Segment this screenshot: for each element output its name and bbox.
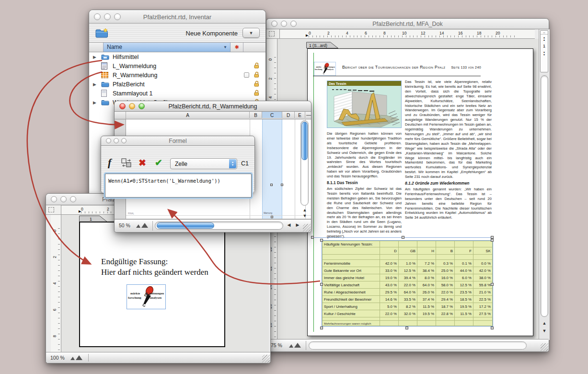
first-page-button[interactable]: ▲▲: [541, 35, 548, 41]
vertical-scrollbar[interactable]: [541, 75, 548, 317]
chart-frame[interactable]: Das Tessin: [327, 81, 402, 128]
ruler-marker-icon[interactable]: ▶: [306, 34, 308, 37]
new-folder-button[interactable]: [95, 27, 109, 41]
table-cell: [436, 241, 455, 247]
zoom-mountains-icon[interactable]: [288, 342, 303, 348]
selection-handle[interactable]: [320, 283, 323, 286]
table-value: 19.0 %: [380, 274, 399, 281]
vertical-ruler[interactable]: 02468: [51, 215, 61, 353]
selection-handle[interactable]: [320, 239, 323, 242]
collapse-widget[interactable]: —: [305, 112, 312, 117]
column-header-a[interactable]: A: [126, 112, 250, 118]
page-tab[interactable]: 1 (S...ard): [306, 42, 340, 48]
list-item[interactable]: ▶Hilfsmittel: [89, 52, 265, 61]
selection-handle[interactable]: [491, 283, 494, 286]
unlocked-padlock-icon[interactable]: [254, 71, 260, 79]
resize-grip[interactable]: [303, 224, 311, 232]
horizontal-scrollbar[interactable]: [309, 341, 527, 350]
minimize-button[interactable]: [60, 196, 67, 202]
tessin-table-frame[interactable]: Häufigste Nennungen Tessin:DGBHBFSKFerie…: [322, 241, 492, 328]
zoom-mountains-icon[interactable]: [136, 222, 150, 228]
zoom-mountains-icon[interactable]: [70, 354, 84, 361]
new-component-menu-button[interactable]: ▼: [242, 28, 260, 38]
column-header-name[interactable]: Name ▼: [104, 43, 231, 52]
table-row: Sport / Unterhaltung5.0 %8.2 %11.5 %18.7…: [323, 303, 493, 310]
titlebar-inventar[interactable]: PfalzBericht.rtd, Inventar: [89, 10, 265, 23]
selection-handle[interactable]: [311, 236, 314, 239]
selection-handle[interactable]: [402, 236, 404, 239]
component-flag-icon: ✱: [234, 44, 239, 50]
list-item[interactable]: L_Warnmeldung: [89, 61, 265, 70]
scroll-down-button[interactable]: ▼: [541, 327, 548, 335]
list-item[interactable]: Stammlayout 1: [89, 89, 265, 98]
ruler-number: 12: [421, 31, 425, 35]
cancel-button[interactable]: ✖: [138, 157, 146, 168]
horizontal-ruler[interactable]: ▶ 02468101214161820: [280, 29, 535, 39]
horizontal-scrollbar[interactable]: [155, 222, 283, 230]
list-item[interactable]: R_Warnmeldung: [89, 70, 265, 80]
list-item[interactable]: ▶PfalzBericht: [89, 80, 265, 89]
column-header-e[interactable]: E: [295, 112, 305, 118]
template-marker-label: FINAL: [128, 212, 134, 215]
selected-column-c[interactable]: [262, 119, 282, 219]
window-formel[interactable]: Formel f ✖ ✔ Zelle ▲▼ C1 Wenn(A1≠0;STSta…: [101, 136, 255, 192]
selection-handle[interactable]: [271, 216, 273, 218]
vertical-scrollbar[interactable]: [300, 120, 309, 206]
selection-handle[interactable]: [491, 327, 494, 329]
document-canvas[interactable]: 1 Endgültige Fassung: Hier darf nichts g…: [61, 215, 269, 353]
scroll-up-button[interactable]: ▲: [541, 320, 548, 327]
zoom-button[interactable]: [70, 196, 76, 202]
folder-tools-icon: [101, 54, 113, 60]
scrollbar-thumb[interactable]: [157, 222, 214, 229]
selection-handle[interactable]: [320, 327, 323, 329]
table-cell: [436, 317, 455, 321]
column-header-c[interactable]: C: [262, 112, 282, 118]
column-header-d[interactable]: D: [282, 112, 295, 118]
window-title: PfalzBericht.rtd, Inventar: [89, 13, 265, 21]
zoom-level[interactable]: 75 %: [271, 342, 282, 348]
column-header-b[interactable]: B: [250, 112, 262, 118]
column-selection-handle[interactable]: [281, 184, 283, 186]
selection-handle[interactable]: [491, 239, 494, 242]
selection-handle[interactable]: [405, 327, 408, 329]
scope-select[interactable]: Zelle ▲▼: [170, 158, 237, 169]
scroll-down-button[interactable]: ▼: [301, 212, 309, 219]
titlebar-mfa[interactable]: PfalzBericht.rtd, MFA_Dok: [266, 19, 549, 29]
disclosure-triangle-icon[interactable]: ▶: [93, 82, 101, 87]
page-tab[interactable]: 1: [79, 215, 109, 222]
resize-grip[interactable]: [541, 343, 548, 351]
titlebar-formel[interactable]: Formel: [101, 136, 254, 146]
column-selection-handle[interactable]: [270, 184, 273, 186]
tessin-table[interactable]: Häufigste Nennungen Tessin:DGBHBFSKFerie…: [322, 241, 493, 326]
unlocked-padlock-icon[interactable]: [254, 89, 260, 97]
table-value: 44.0 %: [455, 267, 473, 274]
unlocked-padlock-icon[interactable]: [254, 80, 260, 88]
last-page-button[interactable]: ▼▼: [541, 51, 548, 56]
zoom-level[interactable]: 100 %: [50, 355, 65, 361]
confirm-button[interactable]: ✔: [155, 157, 162, 168]
disclosure-triangle-icon[interactable]: ▶: [93, 100, 101, 105]
company-logo[interactable]: märkte meinungen & forschung analysen: [127, 284, 166, 309]
resize-grip[interactable]: [262, 355, 270, 362]
function-button[interactable]: f: [108, 156, 111, 169]
scrollbar-thumb[interactable]: [301, 122, 308, 160]
column-header-status[interactable]: ✱: [231, 43, 243, 52]
reference-swap-button[interactable]: [121, 158, 132, 168]
unlocked-padlock-icon[interactable]: [254, 62, 260, 70]
formula-input[interactable]: Wenn(A1≠0;STStarten('L_Warnmeldung')): [105, 174, 252, 198]
document-page[interactable]: märkte meinungen & forschung analysen Be…: [307, 48, 533, 336]
table-cell: [399, 241, 417, 247]
checkbox[interactable]: [244, 72, 249, 78]
titlebar-r-warnmeldung[interactable]: PfalzBericht.rtd, R_Warnmeldung: [115, 101, 311, 112]
table-cell: [455, 241, 473, 247]
close-button[interactable]: [51, 196, 57, 202]
scroll-right-button[interactable]: ▶: [294, 222, 301, 229]
table-row: DGBHBFSK: [323, 247, 493, 255]
document-canvas[interactable]: 1 (S...ard) märkte meinungen & forschung…: [277, 39, 539, 340]
zoom-level[interactable]: 50 %: [119, 222, 130, 228]
page-navigator[interactable]: – ▲▲ 1 ▼▼: [540, 30, 548, 72]
document-page[interactable]: Endgültige Fassung: Hier darf nichts geä…: [79, 222, 225, 347]
disclosure-triangle-icon[interactable]: ▶: [93, 55, 101, 59]
scroll-left-button[interactable]: ◀: [285, 222, 293, 229]
new-component-label[interactable]: Neue Komponente: [186, 30, 238, 37]
